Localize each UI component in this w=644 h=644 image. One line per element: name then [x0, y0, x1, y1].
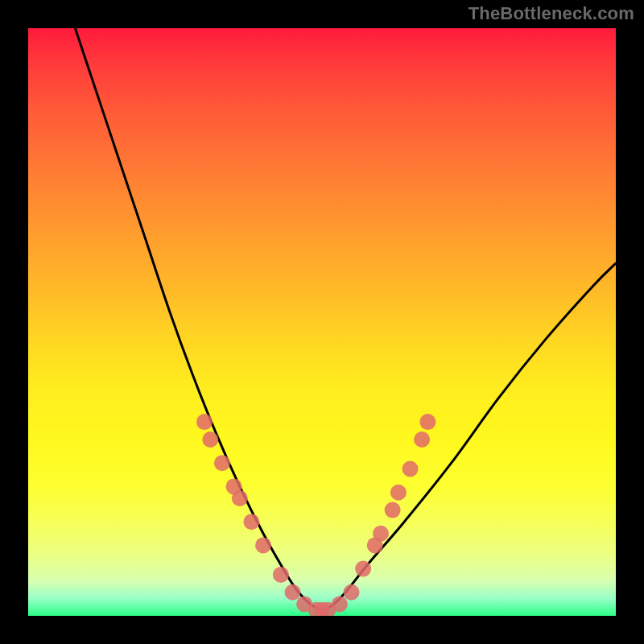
marker-dot [390, 485, 407, 501]
marker-dot [355, 561, 371, 577]
marker-dot [344, 584, 360, 601]
marker-dot [273, 567, 289, 583]
highlighted-points [196, 414, 436, 616]
marker-dot [202, 431, 218, 448]
marker-dot [232, 490, 248, 506]
marker-dot [243, 514, 259, 530]
marker-dot [255, 537, 271, 553]
attribution-label: TheBottleneck.com [469, 3, 634, 24]
bottleneck-curve [75, 28, 616, 610]
marker-dot [385, 502, 401, 518]
marker-dot [419, 414, 436, 430]
marker-dot [285, 584, 301, 601]
marker-dot [332, 596, 348, 612]
chart-svg [28, 28, 616, 616]
marker-dot [414, 431, 430, 448]
plot-area [28, 28, 616, 616]
marker-dot [196, 414, 213, 430]
chart-frame: TheBottleneck.com [0, 0, 644, 644]
marker-dot [373, 526, 389, 542]
marker-dot [402, 461, 419, 477]
marker-dot [214, 455, 230, 471]
